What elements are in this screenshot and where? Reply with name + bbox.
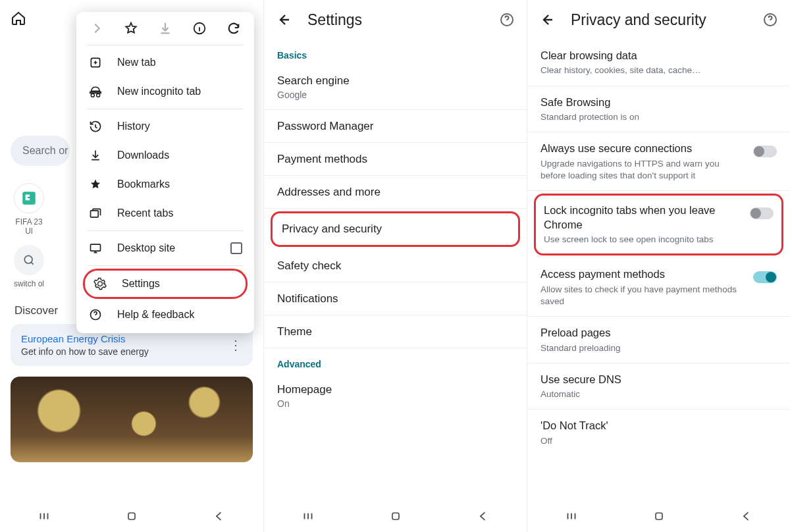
downloads-icon xyxy=(88,149,103,162)
system-navbar xyxy=(527,500,790,532)
home-button[interactable] xyxy=(652,509,666,523)
help-icon[interactable] xyxy=(499,12,515,28)
back-button[interactable] xyxy=(476,509,490,523)
star-icon[interactable] xyxy=(124,21,138,36)
incognito-icon xyxy=(88,85,103,98)
row-homepage[interactable]: Homepage On xyxy=(264,373,527,418)
history-icon xyxy=(88,120,103,133)
desktop-icon xyxy=(88,242,103,255)
menu-desktop-site[interactable]: Desktop site xyxy=(76,234,254,263)
row-access-payment[interactable]: Access payment methodsAllow sites to che… xyxy=(527,258,790,317)
system-navbar xyxy=(0,500,263,532)
back-icon[interactable] xyxy=(276,12,292,28)
pane-settings: Settings Basics Search engine Google Pas… xyxy=(263,0,527,532)
row-safe-browsing[interactable]: Safe BrowsingStandard protection is on xyxy=(527,86,790,133)
menu-incognito[interactable]: New incognito tab xyxy=(76,77,254,106)
recents-button[interactable] xyxy=(37,509,51,523)
shortcut-switch[interactable]: switch ol xyxy=(11,245,47,288)
row-notifications[interactable]: Notifications xyxy=(264,282,527,315)
home-icon[interactable] xyxy=(11,11,26,26)
recent-tabs-icon xyxy=(88,207,103,220)
menu-history[interactable]: History xyxy=(76,112,254,141)
row-privacy-security[interactable]: Privacy and security xyxy=(271,211,520,247)
section-basics: Basics xyxy=(264,40,527,65)
pane-privacy-security: Privacy and security Clear browsing data… xyxy=(527,0,790,532)
overflow-menu: New tab New incognito tab History Downlo… xyxy=(76,12,254,333)
section-advanced: Advanced xyxy=(264,348,527,373)
back-icon[interactable] xyxy=(539,12,555,28)
row-safety-check[interactable]: Safety check xyxy=(264,250,527,282)
svg-rect-9 xyxy=(392,513,399,519)
row-payment-methods[interactable]: Payment methods xyxy=(264,143,527,176)
svg-rect-4 xyxy=(91,211,99,217)
more-icon[interactable]: ⋮ xyxy=(229,337,242,353)
menu-settings[interactable]: Settings xyxy=(83,269,248,299)
system-navbar xyxy=(264,500,527,532)
toggle-lock-incognito[interactable] xyxy=(750,207,774,219)
pane-chrome-menu: Search or FIFA 23 Ul switch ol Discover … xyxy=(0,0,263,532)
back-button[interactable] xyxy=(212,509,226,523)
desktop-checkbox[interactable] xyxy=(230,242,242,254)
toggle-access-payment[interactable] xyxy=(753,271,777,283)
svg-point-1 xyxy=(24,255,32,263)
discover-image[interactable] xyxy=(11,377,253,462)
card-subtitle: Get info on how to save energy xyxy=(21,346,149,357)
recents-button[interactable] xyxy=(564,509,579,523)
privacy-header: Privacy and security xyxy=(527,0,790,40)
row-addresses[interactable]: Addresses and more xyxy=(264,176,527,209)
recents-button[interactable] xyxy=(301,509,315,523)
settings-title: Settings xyxy=(307,11,483,29)
row-do-not-track[interactable]: 'Do Not Track'Off xyxy=(527,410,790,456)
row-theme[interactable]: Theme xyxy=(264,315,527,348)
search-pill[interactable]: Search or xyxy=(11,136,70,166)
row-secure-dns[interactable]: Use secure DNSAutomatic xyxy=(527,363,790,410)
menu-bookmarks[interactable]: Bookmarks xyxy=(76,170,254,199)
row-lock-incognito[interactable]: Lock incognito tabs when you leave Chrom… xyxy=(534,194,783,255)
home-button[interactable] xyxy=(124,509,139,523)
help-icon xyxy=(88,308,103,321)
menu-help[interactable]: Help & feedback xyxy=(76,300,254,329)
gear-icon xyxy=(93,277,107,290)
row-secure-connections[interactable]: Always use secure connectionsUpgrade nav… xyxy=(527,132,790,191)
help-icon[interactable] xyxy=(762,12,778,28)
menu-downloads[interactable]: Downloads xyxy=(76,141,254,170)
card-title: European Energy Crisis xyxy=(21,333,149,344)
refresh-icon[interactable] xyxy=(226,21,241,36)
download-icon[interactable] xyxy=(158,21,172,36)
svg-rect-7 xyxy=(128,513,135,519)
svg-rect-5 xyxy=(91,244,101,251)
menu-recent-tabs[interactable]: Recent tabs xyxy=(76,199,254,228)
row-search-engine[interactable]: Search engine Google xyxy=(264,65,527,110)
row-clear-data[interactable]: Clear browsing dataClear history, cookie… xyxy=(527,40,790,86)
row-preload[interactable]: Preload pagesStandard preloading xyxy=(527,317,790,363)
plus-square-icon xyxy=(88,56,103,69)
menu-new-tab[interactable]: New tab xyxy=(76,48,254,77)
toggle-secure-connections[interactable] xyxy=(753,146,777,157)
bookmarks-icon xyxy=(88,178,103,191)
back-button[interactable] xyxy=(739,509,754,523)
privacy-title: Privacy and security xyxy=(571,11,747,29)
shortcut-fifa[interactable]: FIFA 23 Ul xyxy=(11,183,47,236)
info-icon[interactable] xyxy=(192,21,207,36)
home-button[interactable] xyxy=(388,509,403,523)
settings-header: Settings xyxy=(264,0,527,40)
forward-icon[interactable] xyxy=(90,21,104,36)
row-password-manager[interactable]: Password Manager xyxy=(264,110,527,143)
svg-rect-11 xyxy=(656,513,662,519)
